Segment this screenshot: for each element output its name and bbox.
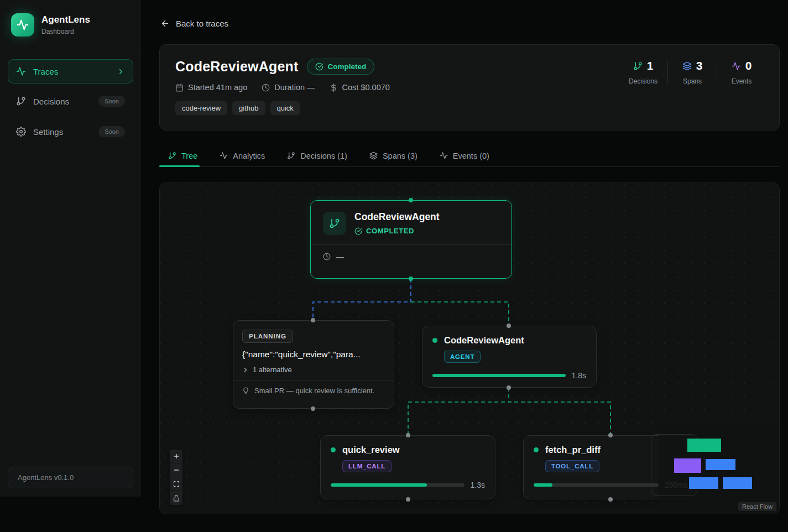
handle-decision-top [311,318,315,322]
minimap-node-agent [706,459,735,470]
minimap[interactable]: React Flow [659,423,779,514]
handle-agent-bottom [507,385,511,390]
clock-icon [323,253,331,260]
tab-spans[interactable]: Spans (3) [369,145,418,166]
node-status: COMPLETED [366,227,414,235]
activity-icon [732,61,741,71]
plus-icon [173,453,180,460]
dollar-icon [330,84,338,92]
chevron-right-icon [117,67,125,76]
react-flow-attribution: React Flow [738,502,776,511]
chevron-right-icon [242,367,249,373]
node-decision-planning[interactable]: PLANNING {"name":"quick_review","para...… [233,320,394,409]
duration-bar-track [331,483,465,487]
node-title: fetch_pr_diff [545,445,601,455]
tag: github [232,101,265,115]
node-span-quick-review[interactable]: quick_review LLM_CALL 1.3s [320,435,495,499]
duration-meta: Duration — [262,83,315,92]
span-type-badge: AGENT [444,351,481,363]
tab-label: Events (0) [453,152,489,160]
stat-value: 0 [745,59,752,72]
tab-analytics[interactable]: Analytics [220,145,265,166]
activity-icon [16,66,26,76]
git-branch-icon [633,61,643,71]
cost-label: Cost $0.0070 [342,83,390,92]
sidebar: AgentLens Dashboard Traces Decisions Soo… [0,0,141,497]
edge-root-to-agent [411,302,509,325]
duration-bar-track [534,483,659,487]
git-branch-icon [16,96,26,106]
node-title: CodeReviewAgent [444,335,524,346]
layers-icon [682,61,692,71]
handle-quick-bottom [406,497,410,502]
edge-root-to-decision [313,279,411,319]
status-badge: Completed [307,59,374,75]
handle-decision-bottom [311,406,315,411]
back-to-traces-link[interactable]: Back to traces [160,19,228,28]
started-meta: Started 41m ago [175,83,247,92]
git-branch-icon [168,152,176,160]
maximize-icon [173,481,180,487]
zoom-out-button[interactable] [170,463,182,477]
tab-tree[interactable]: Tree [168,145,197,166]
sidebar-nav: Traces Decisions Soon Settings Soon [0,50,141,153]
app-subtitle: Dashboard [41,28,90,35]
trace-stats: 1 Decisions 3 Spans 0 Events [619,59,766,85]
span-type-badge: LLM_CALL [342,460,392,472]
gear-icon [16,127,26,137]
node-root-agent[interactable]: CodeReviewAgent COMPLETED — [310,200,512,279]
node-span-agent[interactable]: CodeReviewAgent AGENT 1.8s [422,326,597,388]
page-title: CodeReviewAgent [175,59,298,75]
span-type-badge: TOOL_CALL [545,460,599,472]
stat-label: Spans [683,77,702,85]
tab-label: Analytics [233,152,265,160]
fit-view-button[interactable] [170,477,182,491]
stat-spans: 3 Spans [668,59,717,85]
lock-toggle-button[interactable] [170,491,182,505]
stat-label: Events [732,77,752,85]
check-circle-icon [315,62,323,71]
activity-icon [220,152,228,160]
tag: quick [270,101,300,115]
sidebar-header: AgentLens Dashboard [0,0,141,50]
zoom-in-button[interactable] [170,450,182,463]
minus-icon [173,467,180,473]
git-branch-icon [287,152,295,160]
detail-tabs: Tree Analytics Decisions (1) Spans (3) E… [159,145,780,167]
sidebar-item-settings[interactable]: Settings Soon [8,119,133,144]
tag: code-review [175,101,227,115]
activity-icon [17,19,29,31]
stat-value: 1 [647,59,654,72]
check-circle-icon [354,227,362,235]
duration-bar-fill [331,483,427,487]
sidebar-item-decisions[interactable]: Decisions Soon [8,88,133,114]
alternatives-label: 1 alternative [253,366,292,374]
app-name: AgentLens [41,14,90,25]
status-dot [331,447,336,452]
activity-icon [440,152,448,160]
layers-icon [369,152,378,160]
edge-agent-to-children [408,388,610,435]
tab-events[interactable]: Events (0) [440,145,489,166]
sidebar-item-traces[interactable]: Traces [8,59,133,84]
soon-badge: Soon [98,126,125,137]
tab-label: Tree [181,152,197,160]
stat-label: Decisions [629,77,657,85]
app-logo [11,13,34,36]
sidebar-item-label: Settings [33,127,63,137]
node-title: CodeReviewAgent [354,211,440,223]
node-duration: 1.3s [471,481,485,489]
minimap-node-root [687,439,721,452]
stat-decisions: 1 Decisions [619,59,667,85]
tab-decisions[interactable]: Decisions (1) [287,145,347,166]
trace-tree-canvas[interactable]: CodeReviewAgent COMPLETED — PLANNING {"n… [159,182,780,514]
alternatives-toggle[interactable]: 1 alternative [242,366,385,374]
app-version: AgentLens v0.1.0 [8,467,133,488]
tab-label: Decisions (1) [300,152,347,160]
minimap-node-quick-review [689,477,718,489]
handle-root-bottom [409,277,413,281]
started-label: Started 41m ago [188,83,247,92]
cost-meta: Cost $0.0070 [330,83,390,92]
arrow-left-icon [160,19,170,28]
git-branch-icon [323,212,346,235]
